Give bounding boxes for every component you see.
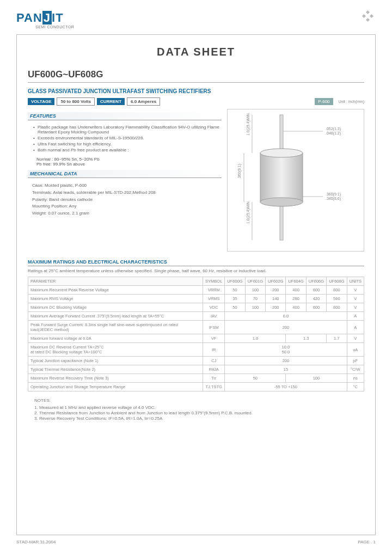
notes-block: NOTES: 1. Measured at 1 MHz and applied … <box>28 398 364 421</box>
part-number: UF600G~UF608G <box>28 69 364 83</box>
table-row: Maximum forward voltage at 6.0AVF1.01.31… <box>28 334 364 343</box>
svg-rect-2 <box>260 153 303 202</box>
col-p3: UF602G <box>266 277 286 286</box>
voltage-value: 50 to 800 Volts <box>57 97 94 106</box>
mech-polarity: Polarity: Band denotes cathode <box>32 197 217 204</box>
dim-lead-dia2: .048(1.2) <box>326 131 341 136</box>
col-p1: UF600G <box>225 277 245 286</box>
svg-rect-0 <box>280 115 283 153</box>
ratings-title: MAXIMUM RATINGS AND ELECTRICAL CHARACTER… <box>28 259 364 266</box>
footer-date: STAD-MAR.31.2004 <box>16 540 56 544</box>
note-2: 2. Thermal Resistance from Junction to A… <box>34 411 364 415</box>
svg-point-3 <box>260 149 303 157</box>
brand-name-3: IT <box>52 11 64 25</box>
col-p5: UF606G <box>306 277 326 286</box>
content-frame: DATA SHEET UF600G~UF608G GLASS PASSIVATE… <box>16 34 376 535</box>
note-3: 3. Reverse Recovery Test Conditions: IF=… <box>34 416 364 421</box>
dim-lead-len: 1.0(25.4)MIN. <box>246 112 250 136</box>
ratings-note: Ratings at 25°C ambient temperature unle… <box>28 268 364 273</box>
feature-item: Exceeds environmental standards of MIL-S… <box>33 136 222 140</box>
ratings-header-row: PARAMETER SYMBOL UF600G UF601G UF602G UF… <box>28 277 364 286</box>
current-value: 6.0 Amperes <box>127 97 160 106</box>
table-row: Typical Thermal Resistance(Note 2)RθJA15… <box>28 365 364 374</box>
col-p2: UF601G <box>245 277 265 286</box>
mech-weight: Weight: 0.07 ounce, 2.1 gram <box>32 210 217 217</box>
feature-item: Plastic package has Underwriters Laborat… <box>33 125 222 134</box>
brand-name-1: PAN <box>16 11 42 25</box>
table-row: Maximum Recurrent Peak Reverse VoltageVR… <box>28 286 364 295</box>
footer-page: PAGE . 1 <box>358 540 376 544</box>
feature-item: Both normal and Pb free product are avai… <box>33 148 222 152</box>
dim-lead-dia1: .052(1.3) <box>326 127 341 131</box>
feature-subitem: Pb free: 99.9% Sn above <box>28 162 222 167</box>
col-p6: UF608G <box>327 277 347 286</box>
header: PANJIT SEMI CONDUCTOR <box>16 11 376 29</box>
table-row: Maximum DC Blocking VoltageVDC5010020040… <box>28 303 364 312</box>
dim-lead-len2: 1.0(25.4)MIN. <box>246 200 250 224</box>
unit-label: Unit : inch(mm) <box>339 100 364 103</box>
brand-name-2: J <box>42 11 52 25</box>
decorative-dots-icon <box>360 11 376 26</box>
table-row: Peak Forward Surge Current: 8.3ms single… <box>28 321 364 334</box>
svg-rect-1 <box>280 202 283 240</box>
table-row: Maximum DC Reverse Current TA=25°C at ra… <box>28 343 364 357</box>
col-symbol: SYMBOL <box>203 277 225 286</box>
doc-description: GLASS PASSIVATED JUNCTION ULTRAFAST SWIT… <box>28 88 364 94</box>
dim-body-d1: .360(9.1) <box>326 192 341 197</box>
feature-subitem: Normal : 80~95% Sn, 5~20% Pb <box>28 157 222 162</box>
col-p4: UF604G <box>286 277 306 286</box>
table-row: Typical Junction capacitance (Note 1)CJ2… <box>28 357 364 365</box>
table-row: Maximum Average Forward Current .375"(9.… <box>28 312 364 321</box>
mech-case: Case: Molded plastic, P-600 <box>32 182 217 189</box>
features-list: Plastic package has Underwriters Laborat… <box>28 125 222 152</box>
voltage-label: VOLTAGE <box>28 98 54 105</box>
mech-mounting: Mounting Position: Any <box>32 203 217 210</box>
features-header: FEATURES <box>28 112 222 120</box>
notes-title: NOTES: <box>34 398 364 403</box>
svg-point-4 <box>260 198 303 206</box>
note-1: 1. Measured at 1 MHz and applied reverse… <box>34 405 364 410</box>
doc-title: DATA SHEET <box>28 46 364 58</box>
mechanical-header: MECHANICAL DATA <box>28 170 222 178</box>
table-row: Operating Junction and Storage Temperatu… <box>28 383 364 391</box>
current-label: CURRENT <box>97 98 125 105</box>
feature-item: Ultra Fast switching for high efficiency… <box>33 142 222 146</box>
mechanical-data: Case: Molded plastic, P-600 Terminals: A… <box>28 180 222 219</box>
package-badge: P-600 <box>315 98 333 105</box>
col-units: UNITS <box>347 277 364 286</box>
spec-row: VOLTAGE 50 to 800 Volts CURRENT 6.0 Ampe… <box>28 97 364 106</box>
table-row: Maximum Reverse Recovery Time (Note 3)Tr… <box>28 374 364 383</box>
ratings-table: PARAMETER SYMBOL UF600G UF601G UF602G UF… <box>28 277 364 391</box>
dim-body-h1: .360(9.1) <box>237 164 242 179</box>
page-footer: STAD-MAR.31.2004 PAGE . 1 <box>16 540 376 544</box>
dim-body-d2: .340(8.6) <box>326 197 341 201</box>
package-drawing: 1.0(25.4)MIN. 1.0(25.4)MIN. .360(9.1) .0… <box>227 109 364 252</box>
brand-subtext: SEMI CONDUCTOR <box>35 25 74 29</box>
table-row: Maximum RMS VoltageVRMS3570140280420560V <box>28 295 364 303</box>
mech-terminals: Terminals: Axial leads, solderable per M… <box>32 189 217 197</box>
brand-logo: PANJIT SEMI CONDUCTOR <box>16 11 74 29</box>
col-parameter: PARAMETER <box>28 277 203 286</box>
